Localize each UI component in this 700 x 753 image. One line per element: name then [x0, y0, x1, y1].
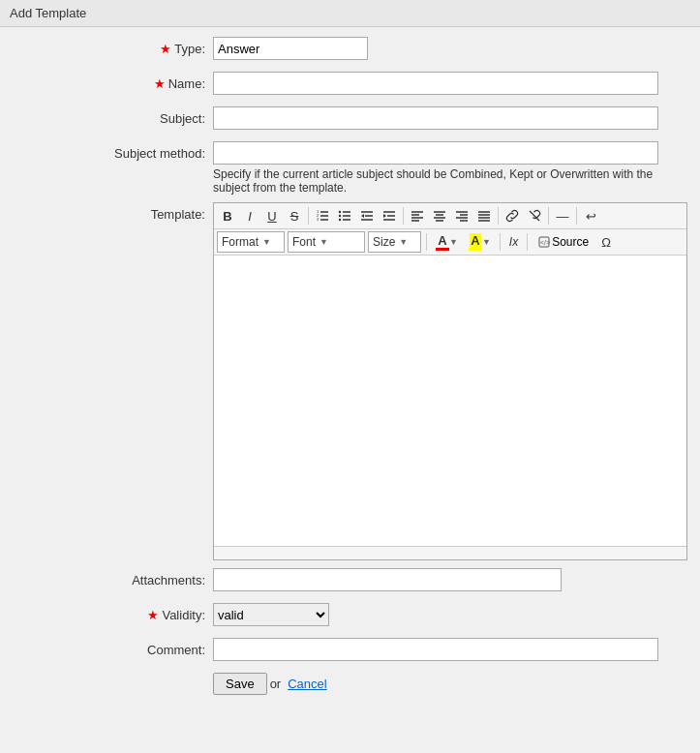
size-dropdown[interactable]: Size ▼ — [368, 231, 421, 253]
align-center-button[interactable] — [429, 205, 450, 226]
name-input[interactable] — [213, 72, 658, 95]
bold-button[interactable]: B — [217, 205, 238, 226]
special-chars-button[interactable]: Ω — [597, 231, 615, 253]
size-dropdown-arrow: ▼ — [399, 237, 408, 247]
font-dropdown[interactable]: Font ▼ — [288, 231, 365, 253]
svg-point-11 — [339, 219, 341, 221]
svg-marker-19 — [383, 214, 386, 218]
toolbar-row1: B I U S 123 — [214, 203, 686, 229]
subject-method-label: Subject method: — [0, 141, 213, 161]
separator1 — [308, 207, 309, 225]
editor-footer — [214, 546, 686, 559]
ordered-list-button[interactable]: 123 — [312, 205, 333, 226]
subject-input[interactable] — [213, 106, 658, 130]
horizontal-rule-button[interactable]: — — [552, 205, 573, 226]
subject-method-input[interactable] — [213, 141, 658, 165]
undo-button[interactable]: ↩ — [580, 205, 601, 226]
separator2 — [403, 207, 404, 225]
editor-content[interactable] — [214, 256, 686, 546]
subject-hint: Specify if the current article subject s… — [213, 167, 658, 195]
format-dropdown-arrow: ▼ — [262, 237, 271, 247]
strikethrough-button[interactable]: S — [284, 205, 305, 226]
font-bg-color-button[interactable]: A ▼ — [465, 231, 495, 253]
or-text: or — [270, 677, 282, 691]
underline-button[interactable]: U — [261, 205, 283, 226]
align-right-button[interactable] — [451, 205, 472, 226]
template-editor: B I U S 123 — [213, 202, 687, 560]
indent-decrease-button[interactable] — [356, 205, 378, 226]
toolbar-row2: Format ▼ Font ▼ Size ▼ A — [214, 229, 686, 256]
comment-input[interactable] — [213, 638, 658, 661]
type-input[interactable] — [213, 37, 368, 60]
italic-button[interactable]: I — [239, 205, 260, 226]
page-title: Add Template — [0, 0, 700, 27]
attachments-label: Attachments: — [0, 568, 213, 587]
validity-select[interactable]: valid invalid — [213, 603, 329, 626]
separator3 — [498, 207, 499, 225]
font-dropdown-arrow: ▼ — [320, 237, 328, 247]
name-label: ★Name: — [0, 72, 213, 91]
link-button[interactable] — [502, 205, 523, 226]
attachments-input[interactable] — [213, 568, 562, 591]
separator7 — [500, 233, 501, 251]
separator6 — [426, 233, 427, 251]
svg-text:</>: </> — [540, 239, 550, 246]
validity-label: ★Validity: — [0, 603, 213, 622]
separator5 — [576, 207, 577, 225]
svg-marker-15 — [361, 214, 364, 218]
comment-label: Comment: — [0, 638, 213, 657]
unlink-button[interactable] — [524, 205, 545, 226]
unordered-list-button[interactable] — [334, 205, 355, 226]
source-icon: </> — [538, 236, 550, 248]
template-label: Template: — [0, 202, 213, 222]
separator4 — [548, 207, 549, 225]
svg-point-10 — [339, 215, 341, 217]
font-color-button[interactable]: A ▼ — [432, 231, 462, 253]
clear-formatting-button[interactable]: Ix — [505, 231, 522, 253]
separator8 — [527, 233, 528, 251]
save-button[interactable]: Save — [213, 673, 267, 695]
format-dropdown[interactable]: Format ▼ — [217, 231, 285, 253]
subject-label: Subject: — [0, 106, 213, 126]
svg-text:3: 3 — [317, 217, 320, 222]
align-justify-button[interactable] — [473, 205, 495, 226]
cancel-link[interactable]: Cancel — [288, 677, 326, 691]
type-label: ★Type: — [0, 37, 213, 56]
indent-increase-button[interactable] — [379, 205, 400, 226]
svg-point-9 — [339, 211, 341, 213]
align-left-button[interactable] — [407, 205, 428, 226]
source-button[interactable]: </> Source — [533, 231, 594, 253]
